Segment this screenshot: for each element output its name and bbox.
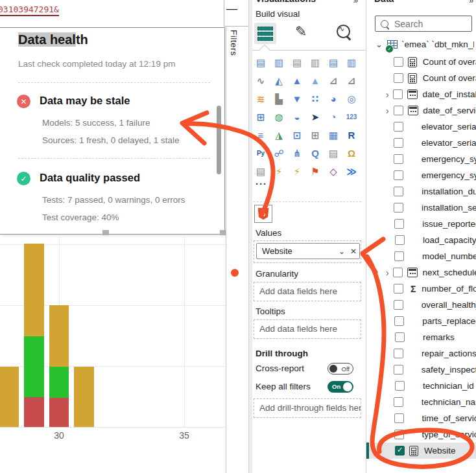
bar-segment-gold[interactable]	[49, 305, 69, 367]
card-icon[interactable]: 123	[344, 110, 359, 124]
donut-chart-icon[interactable]: ◎	[344, 92, 359, 106]
funnel-chart-icon[interactable]: ▼	[290, 92, 304, 106]
field-row-installation-dur[interactable]: installation_dur..	[366, 183, 476, 200]
field-checkbox[interactable]	[395, 446, 405, 456]
line-and-clustered-column-chart-icon[interactable]: ⊿	[344, 74, 359, 88]
field-row-technician-id[interactable]: technician_id	[366, 378, 476, 394]
granularity-well[interactable]: Add data fields here	[254, 282, 361, 301]
field-row-parts-replaced[interactable]: parts_replaced	[366, 313, 476, 329]
table-icon[interactable]: ⊞	[308, 128, 322, 143]
field-row-time-of-service[interactable]: time_of_service	[366, 410, 476, 426]
metrics-icon[interactable]: Ω	[344, 146, 359, 161]
line-chart-icon[interactable]: ∿	[254, 74, 268, 88]
bar-segment-green[interactable]	[24, 336, 44, 397]
field-row-count-of-overal[interactable]: Count of overal..	[366, 70, 476, 86]
kpi-icon[interactable]: ◮	[272, 128, 286, 143]
bar-segment-gold[interactable]	[24, 244, 44, 336]
key-influencers-icon[interactable]: ☍	[272, 146, 286, 161]
pie-chart-icon[interactable]: ◕	[326, 92, 340, 106]
field-checkbox[interactable]	[394, 122, 403, 132]
values-well[interactable]: Website ⌄ ✕	[254, 240, 361, 263]
field-row-issue-reported[interactable]: issue_reported	[366, 216, 476, 232]
arcgis-map-icon[interactable]: ⚑	[308, 165, 322, 179]
100-stacked-bar-chart-icon[interactable]: ▤	[326, 56, 340, 70]
field-checkbox[interactable]	[394, 316, 404, 326]
stacked-bar-chart-icon[interactable]: ▤	[254, 56, 268, 70]
ribbon-chart-icon[interactable]: ≋	[254, 92, 268, 106]
field-checkbox[interactable]	[394, 57, 403, 67]
field-row-emergency-syst[interactable]: emergency_syst.	[366, 151, 476, 167]
cross-report-toggle[interactable]: Off	[327, 363, 353, 375]
field-checkbox[interactable]	[393, 268, 403, 277]
map-icon[interactable]: ◍	[272, 110, 286, 124]
field-checkbox[interactable]	[394, 154, 403, 164]
tab-build-visual[interactable]	[254, 23, 276, 44]
search-box[interactable]	[375, 16, 472, 32]
field-row-safety-inspectio[interactable]: safety_inspectio.	[366, 362, 476, 378]
python-visual-icon[interactable]: Py	[254, 146, 268, 161]
power-automate-visual-icon[interactable]: ≫	[344, 165, 359, 179]
field-checkbox[interactable]	[393, 89, 403, 99]
field-row-count-of-overal[interactable]: Count of overal..	[366, 54, 476, 70]
treemap-icon[interactable]: ⊞	[254, 110, 268, 124]
bar-segment-red[interactable]	[24, 397, 44, 427]
paginated-report-icon[interactable]: ▤	[254, 165, 268, 179]
azure-map-icon[interactable]: ➤	[308, 110, 322, 124]
collapse-panel-icon[interactable]: »	[353, 0, 358, 5]
field-checkbox[interactable]	[394, 219, 404, 229]
multi-row-card-icon[interactable]: ≡	[254, 128, 268, 143]
field-row-website[interactable]: Website	[366, 443, 476, 459]
filters-pane-label[interactable]: Filters	[229, 30, 239, 56]
decomposition-tree-icon[interactable]: ⋔	[290, 146, 304, 161]
smart-narrative-icon[interactable]: ▤	[326, 146, 340, 161]
more-visuals-ellipsis-icon[interactable]: ···	[256, 178, 267, 189]
field-checkbox[interactable]	[394, 251, 404, 261]
collapse-panel-icon[interactable]: »	[469, 0, 473, 5]
expand-chevron-icon[interactable]: ›	[386, 90, 393, 99]
filters-pane-collapsed[interactable]: Filters	[226, 27, 248, 473]
waterfall-chart-icon[interactable]: ▙	[272, 92, 286, 106]
field-checkbox[interactable]	[394, 203, 403, 213]
clustered-bar-chart-icon[interactable]: ▤	[290, 56, 304, 70]
field-row-date-of-installa[interactable]: ›date_of_installa..	[366, 86, 476, 102]
lightning-filter-visual-icon[interactable]: ⚡	[290, 165, 304, 179]
field-row-elevator-serial[interactable]: elevator_serial_..	[366, 135, 476, 151]
search-input[interactable]	[393, 18, 471, 30]
field-row-overall-health-c[interactable]: overall_health_c.	[366, 297, 476, 313]
field-checkbox[interactable]	[395, 381, 405, 391]
field-checkbox[interactable]	[395, 235, 405, 245]
bar-segment-red[interactable]	[49, 398, 69, 427]
line-and-stacked-column-chart-icon[interactable]: ⊿	[326, 74, 340, 88]
field-row-load-capacity[interactable]: load_capacity	[366, 232, 476, 248]
field-checkbox[interactable]	[394, 397, 403, 407]
minimize-icon[interactable]: —	[226, 3, 237, 16]
table-tree-root[interactable]: ⌄ ✓ `emea` `dbt_mkn_bron..	[366, 37, 476, 54]
area-chart-icon[interactable]: ◭	[272, 74, 286, 88]
lightning-card-visual-icon[interactable]: ⚡	[272, 165, 286, 179]
field-checkbox[interactable]	[394, 170, 403, 180]
filled-map-icon[interactable]: ◒	[290, 110, 304, 124]
power-apps-visual-icon[interactable]: ◇	[326, 165, 340, 179]
field-checkbox[interactable]	[394, 73, 403, 83]
tab-analytics[interactable]	[337, 25, 350, 38]
field-row-model-number[interactable]: model_number	[366, 248, 476, 264]
tooltips-well[interactable]: Add data fields here	[254, 319, 361, 339]
field-checkbox[interactable]	[394, 413, 404, 423]
scatter-chart-icon[interactable]: ∷	[308, 92, 322, 106]
drill-through-well[interactable]: Add drill-through fields here	[254, 398, 361, 418]
matrix-icon[interactable]: ▦	[326, 128, 340, 143]
stacked-area-chart-icon[interactable]: ▲	[290, 74, 304, 88]
bar-segment-gold[interactable]	[74, 367, 94, 427]
field-checkbox[interactable]	[394, 300, 403, 310]
html5-custom-visual[interactable]: 5	[254, 205, 272, 223]
gauge-icon[interactable]: ◔	[326, 110, 340, 124]
r-script-visual-icon[interactable]: R	[344, 128, 359, 143]
clustered-column-chart-icon[interactable]: ▥	[308, 56, 322, 70]
tab-format-visual[interactable]: ✎	[295, 23, 307, 40]
100-stacked-area-chart-icon[interactable]: ▲	[308, 74, 322, 88]
100-stacked-column-chart-icon[interactable]: ▥	[344, 56, 359, 70]
field-row-remarks[interactable]: remarks	[366, 329, 476, 345]
field-checkbox[interactable]	[394, 106, 403, 115]
website-field-pill[interactable]: Website ⌄ ✕	[256, 243, 360, 259]
stacked-column-chart-icon[interactable]: ▥	[272, 56, 286, 70]
